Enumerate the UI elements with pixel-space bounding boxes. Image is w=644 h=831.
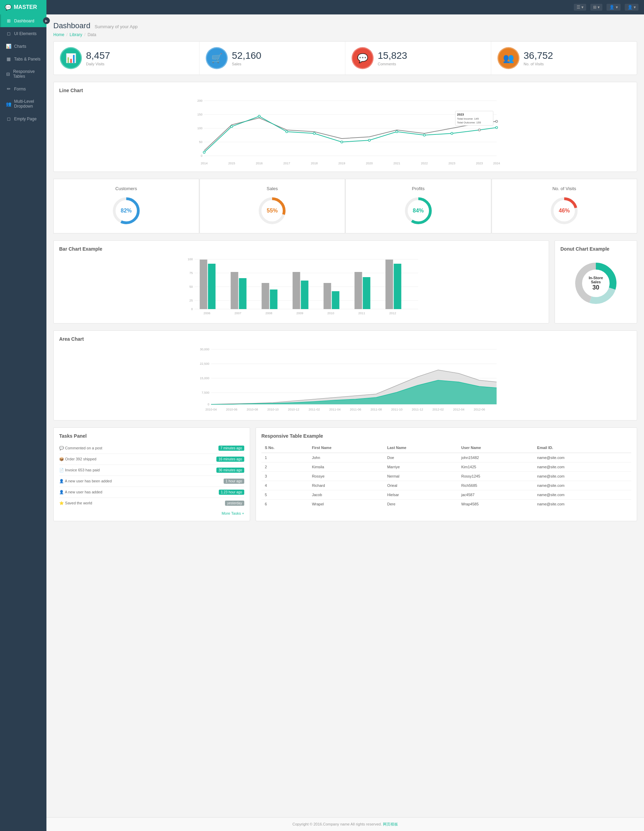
svg-point-15 [341, 141, 343, 143]
svg-text:2022: 2022 [421, 162, 427, 165]
sidebar-icon-ui-elements: ◻ [6, 31, 11, 36]
svg-text:2008: 2008 [265, 312, 272, 315]
svg-text:22,500: 22,500 [200, 362, 209, 366]
task-text: 👤 A new user has been added [59, 479, 112, 483]
svg-text:2012: 2012 [389, 312, 396, 315]
breadcrumb: Home / Library / Data [53, 32, 637, 37]
page-subtitle: Summary of your App [95, 24, 138, 29]
table-cell: name@site.com [534, 481, 631, 490]
breadcrumb-library[interactable]: Library [70, 32, 82, 37]
svg-point-11 [231, 126, 233, 127]
circle-wrapper-customers: 82% [111, 195, 142, 226]
sidebar-icon-responsive-tables: ⊟ [6, 72, 10, 77]
svg-text:0: 0 [191, 307, 193, 311]
svg-text:50: 50 [189, 285, 193, 288]
app-logo[interactable]: 💬 MASTER [0, 0, 46, 14]
area-chart-svg: 30,000 22,500 15,000 7,500 0 2010-04 201… [59, 346, 631, 415]
svg-text:2021: 2021 [393, 162, 400, 165]
stat-label-no-of-visits: No. of Visits [524, 62, 553, 66]
breadcrumb-home[interactable]: Home [53, 32, 64, 37]
table-row: 5JacobHielsarjac4587name@site.com [261, 490, 631, 500]
table-cell: 2 [261, 462, 309, 472]
sidebar-icon-empty-page: ◻ [6, 116, 11, 121]
task-list: 💬 Commented on a post 7 minutes ago 📦 Or… [59, 443, 244, 508]
stat-icon-daily-visits: 📊 [60, 47, 82, 69]
svg-rect-65 [301, 280, 309, 309]
svg-point-10 [203, 151, 206, 153]
sidebar-item-dashboard[interactable]: ⊞ Dashboard [0, 14, 46, 27]
task-text: 👤 A new user has added [59, 490, 102, 494]
table-header-row: S No.First NameLast NameUser NameEmail I… [261, 443, 631, 453]
line-chart-card: Line Chart 200 150 100 50 0 [53, 82, 637, 172]
sidebar-label-empty-page: Empty Page [14, 116, 37, 121]
circle-stat-title-customers: Customers [61, 186, 192, 191]
svg-point-21 [496, 127, 498, 129]
sidebar-icon-forms: ✏ [6, 86, 11, 91]
table-header-cell: User Name [458, 443, 534, 453]
sidebar-item-forms[interactable]: ✏ Forms [0, 83, 46, 95]
bar-chart-svg: 100 75 50 25 0 [59, 256, 543, 318]
table-cell: Richard [309, 481, 384, 490]
svg-text:2017: 2017 [283, 162, 290, 165]
footer-text: Copyright © 2016.Company name All rights… [292, 822, 382, 826]
stat-value-sales: 52,160 [232, 50, 261, 61]
table-cell: 1 [261, 453, 309, 462]
table-cell: 5 [261, 490, 309, 500]
stat-value-comments: 15,823 [378, 50, 407, 61]
svg-text:2011-12: 2011-12 [412, 408, 423, 411]
svg-rect-61 [239, 278, 247, 309]
circle-pct-no-of-visits: 46% [559, 208, 570, 214]
sidebar-item-empty-page[interactable]: ◻ Empty Page [0, 112, 46, 125]
sidebar-toggle[interactable]: ▶ [43, 17, 50, 24]
table-header-cell: Email ID. [534, 443, 631, 453]
task-item: 👤 A new user has added 1.23 hour ago [59, 487, 244, 498]
svg-point-16 [368, 139, 370, 141]
svg-text:0: 0 [201, 154, 202, 158]
circle-stats: Customers 82% Sales 55% Profits 84% No. … [53, 179, 637, 234]
table-body: 1JohnDoejohn15482name@site.com2KimsilaMa… [261, 453, 631, 508]
sidebar-item-tabs-panels[interactable]: ▦ Tabs & Panels [0, 53, 46, 65]
sidebar-item-multi-level[interactable]: 👥 Multi-Level Dropdown [0, 95, 46, 112]
responsive-table: S No.First NameLast NameUser NameEmail I… [261, 443, 631, 508]
topnav-menu-btn[interactable]: ☰ ▾ [574, 4, 586, 11]
task-item: 💬 Commented on a post 7 minutes ago [59, 443, 244, 454]
circle-stat-title-sales: Sales [207, 186, 338, 191]
svg-marker-94 [211, 380, 497, 404]
task-time: 36 minutes ago [217, 468, 244, 473]
table-cell: Rossye [309, 472, 384, 481]
svg-text:2009: 2009 [296, 312, 303, 315]
sidebar-icon-tabs-panels: ▦ [6, 56, 11, 62]
svg-point-19 [451, 132, 453, 134]
sidebar-label-ui-elements: UI Elements [14, 31, 37, 36]
table-cell: Marriye [384, 462, 457, 472]
topnav-user-btn[interactable]: 👤 ▾ [606, 4, 620, 11]
circle-pct-sales: 55% [266, 208, 277, 214]
donut-chart-wrapper: In-Store Sales 30 [560, 256, 631, 311]
circle-pct-profits: 84% [413, 208, 424, 214]
tasks-panel: Tasks Panel 💬 Commented on a post 7 minu… [53, 427, 250, 521]
circle-wrapper-sales: 55% [257, 195, 288, 226]
more-tasks-link[interactable]: More Tasks + [59, 511, 244, 515]
svg-text:2012-06: 2012-06 [474, 408, 485, 411]
sidebar-label-dashboard: Dashboard [14, 19, 34, 23]
sidebar-label-charts: Charts [14, 44, 26, 49]
sidebar-item-responsive-tables[interactable]: ⊟ Responsive Tables [0, 65, 46, 83]
footer-link[interactable]: 网页模板 [383, 822, 398, 826]
circle-stat-customers: Customers 82% [53, 179, 199, 234]
line-chart-title: Line Chart [59, 88, 631, 93]
table-cell: Rossy1245 [458, 472, 534, 481]
svg-rect-67 [332, 291, 340, 309]
topnav-grid-btn[interactable]: ⊞ ▾ [590, 4, 603, 11]
task-item: 👤 A new user has been added 1 hour ago [59, 476, 244, 487]
sidebar-item-charts[interactable]: 📊 Charts [0, 40, 46, 53]
topnav-user2-btn[interactable]: 👤 ▾ [625, 4, 639, 11]
line-chart-container: 200 150 100 50 0 [59, 97, 631, 166]
bar-chart-container: 100 75 50 25 0 [59, 256, 543, 318]
table-header-cell: Last Name [384, 443, 457, 453]
sidebar-item-ui-elements[interactable]: ◻ UI Elements [0, 27, 46, 40]
table-cell: name@site.com [534, 490, 631, 500]
table-row: 6WrapelDereWrap4585name@site.com [261, 500, 631, 509]
table-cell: Doe [384, 453, 457, 462]
table-cell: Dere [384, 500, 457, 509]
stat-label-comments: Comments [378, 62, 407, 66]
